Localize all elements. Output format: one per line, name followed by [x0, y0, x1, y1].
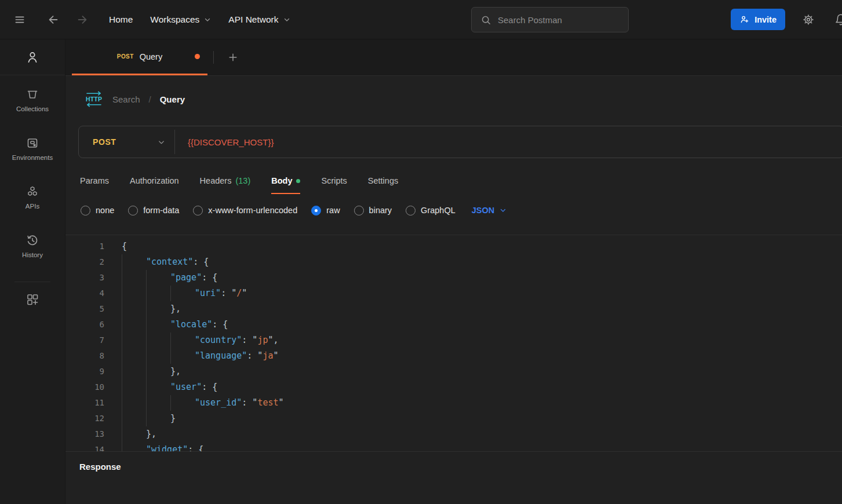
indent-guide [170, 333, 195, 348]
environments-icon [25, 136, 39, 150]
topnav-label: API Network [228, 14, 278, 25]
topnav-api-network[interactable]: API Network [223, 10, 296, 30]
request-tab-params[interactable]: Params [80, 167, 109, 194]
sidebar-item-profile[interactable] [0, 39, 65, 75]
indent-guide [170, 286, 195, 301]
line-number: 6 [65, 317, 104, 333]
invite-button[interactable]: Invite [731, 9, 785, 30]
response-panel-title: Response [79, 462, 828, 472]
line-number: 1 [65, 239, 104, 254]
search-icon [480, 14, 491, 25]
left-sidebar: CollectionsEnvironmentsAPIsHistory [0, 39, 65, 504]
code-line[interactable]: 8"language": "ja" [65, 348, 842, 364]
body-type-x-www-form-urlencoded[interactable]: x-www-form-urlencoded [193, 206, 297, 216]
indent-guide [146, 411, 170, 426]
back-arrow-icon[interactable] [44, 10, 63, 29]
code-line[interactable]: 10"user": { [65, 379, 842, 395]
breadcrumb-request-name[interactable]: Query [160, 94, 185, 104]
radio-icon[interactable] [128, 206, 138, 216]
code-line[interactable]: 5}, [65, 301, 842, 317]
indent-guide [170, 348, 195, 364]
indent-guide [146, 379, 170, 395]
indent-guide [146, 317, 170, 333]
indent-guide [122, 426, 146, 442]
breadcrumb: HTTP Search / Query [65, 76, 842, 109]
hamburger-menu-icon[interactable] [10, 10, 29, 29]
breadcrumb-separator: / [149, 94, 151, 104]
line-number: 12 [65, 411, 104, 426]
request-tab-label: Settings [368, 176, 398, 185]
sidebar-item-history[interactable]: History [0, 221, 65, 270]
search-input[interactable]: Search Postman [471, 7, 629, 32]
new-tab-plus-icon[interactable] [224, 48, 242, 67]
code-line[interactable]: 12} [65, 411, 842, 426]
radio-icon[interactable] [406, 206, 415, 216]
body-type-label: raw [326, 206, 340, 215]
body-type-form-data[interactable]: form-data [128, 206, 179, 216]
sidebar-item-label: Collections [16, 105, 49, 112]
indent-guide [122, 254, 146, 270]
body-type-graphql[interactable]: GraphQL [406, 206, 455, 216]
body-type-options: noneform-datax-www-form-urlencodedrawbin… [65, 199, 842, 222]
code-line[interactable]: 7"country": "jp", [65, 333, 842, 348]
topnav-home[interactable]: Home [103, 10, 138, 30]
line-number: 5 [65, 301, 104, 317]
code-line[interactable]: 4"uri": "/" [65, 286, 842, 301]
line-number: 4 [65, 286, 104, 301]
configure-panels-button[interactable] [25, 293, 39, 306]
body-type-raw[interactable]: raw [311, 206, 340, 216]
line-number: 13 [65, 426, 104, 442]
body-modified-dot-icon [296, 179, 300, 183]
method-selector[interactable]: POST [79, 126, 174, 158]
radio-icon[interactable] [354, 206, 364, 216]
person-icon [25, 50, 40, 65]
request-tab-headers[interactable]: Headers(13) [200, 167, 251, 194]
code-line[interactable]: 2"context": { [65, 254, 842, 270]
code-line[interactable]: 1{ [65, 239, 842, 254]
indent-guide [122, 364, 146, 379]
request-tab-scripts[interactable]: Scripts [321, 167, 347, 194]
code-line[interactable]: 9}, [65, 364, 842, 379]
indent-guide [122, 270, 146, 286]
sidebar-item-collections[interactable]: Collections [0, 75, 65, 124]
indent-guide [146, 333, 170, 348]
radio-icon[interactable] [193, 206, 203, 216]
body-language-select[interactable]: JSON [472, 206, 507, 215]
url-input[interactable]: {{DISCOVER_HOST}} [188, 137, 274, 147]
body-language-label: JSON [472, 206, 495, 215]
code-line[interactable]: 6"locale": { [65, 317, 842, 333]
body-type-none[interactable]: none [81, 206, 114, 216]
line-number: 14 [65, 442, 104, 451]
request-tab-settings[interactable]: Settings [368, 167, 398, 194]
code-line[interactable]: 13}, [65, 426, 842, 442]
request-tab-authorization[interactable]: Authorization [130, 167, 179, 194]
indent-guide [122, 442, 146, 451]
request-tab-body[interactable]: Body [271, 167, 300, 194]
sidebar-item-apis[interactable]: APIs [0, 173, 65, 221]
line-number: 7 [65, 333, 104, 348]
request-tabs: ParamsAuthorizationHeaders(13)BodyScript… [65, 167, 842, 194]
notifications-bell-icon[interactable] [832, 10, 842, 29]
headers-count-badge: (13) [235, 176, 250, 185]
gear-icon[interactable] [799, 10, 818, 29]
request-tab-label: Authorization [130, 176, 179, 185]
code-line[interactable]: 11"user_id": "test" [65, 395, 842, 411]
open-tab-query[interactable]: POST Query [72, 39, 207, 75]
chevron-down-icon [158, 138, 165, 146]
code-line[interactable]: 14"widget": { [65, 442, 842, 451]
breadcrumb-collection[interactable]: Search [112, 94, 140, 104]
radio-icon[interactable] [81, 206, 90, 216]
body-code-editor[interactable]: 1{2"context": {3"page": {4"uri": "/"5},6… [65, 235, 842, 451]
indent-guide [122, 317, 146, 333]
radio-icon[interactable] [311, 206, 321, 216]
indent-guide [122, 411, 146, 426]
sidebar-item-environments[interactable]: Environments [0, 124, 65, 173]
code-line[interactable]: 3"page": { [65, 270, 842, 286]
sidebar-navigation: CollectionsEnvironmentsAPIsHistory [0, 75, 65, 270]
forward-arrow-icon[interactable] [73, 10, 92, 29]
chevron-down-icon [283, 16, 290, 23]
body-type-binary[interactable]: binary [354, 206, 392, 216]
line-number: 2 [65, 254, 104, 270]
topbar-actions: Invite [731, 9, 842, 30]
topnav-workspaces[interactable]: Workspaces [144, 10, 217, 30]
